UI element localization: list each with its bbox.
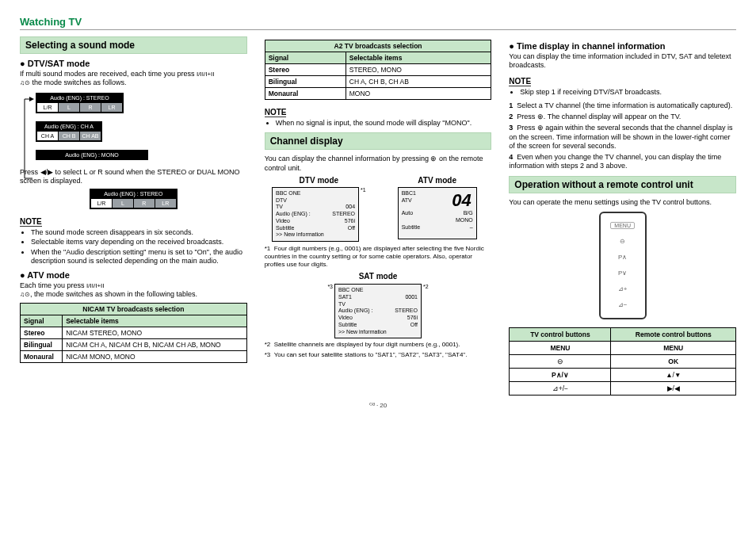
sat-wrap: *3 BBC ONE SAT10001 TV Audio (ENG) :STER… [265,284,492,338]
loop-arrow-icon [21,94,36,182]
col-1: Selecting a sound mode DTV/SAT mode If m… [20,36,247,396]
steps-list: 1 Select a TV channel (the time informat… [509,101,736,171]
manual-page: Watching TV Selecting a sound mode DTV/S… [0,0,756,417]
time-display-intro: You can display the time information inc… [509,52,736,71]
heading-atv-mode: ATV mode [20,270,247,280]
note-head-1: NOTE [20,217,42,227]
tv-control-panel: MENU ⊖ P∧ P∨ ⊿+ ⊿− [599,212,647,319]
page-footer: ᴳᴮ · 20 [20,402,736,409]
a2-table: A2 TV broadcasts selection Signal Select… [265,40,492,100]
footnote-3: *3You can set four satellite stations to… [265,351,492,359]
dia-mono-block: Audio (ENG) : MONO [36,150,148,160]
controls-mapping-table: TV control buttons Remote control button… [509,327,736,396]
dtv-atv-row: DTV mode BBC ONE DTV TV004 Audio (ENG) :… [265,176,492,242]
sound-mode-single: Audio (ENG) : STEREO L/R L R LR [20,189,247,209]
section-no-remote: Operation without a remote control unit [509,176,736,193]
footnote-ref-2: *2 [422,284,430,338]
atv-intro: Each time you press I/II/I+II♫⊙, the mod… [20,281,247,300]
section-channel-display: Channel display [265,132,492,150]
tv-btn-input: ⊖ [620,238,625,245]
footnote-ref-1: *1 [361,187,366,193]
col-2: A2 TV broadcasts selection Signal Select… [265,36,492,396]
step-1: 1 Select a TV channel (the time informat… [509,101,736,110]
dia-cha-block: Audio (ENG) : CH A CH A CH B CH AB [36,121,102,142]
heading-time-display: Time display in channel information [509,41,736,51]
col-3: Time display in channel information You … [509,36,736,396]
dtv-mode-col: DTV mode BBC ONE DTV TV004 Audio (ENG) :… [265,176,373,242]
tv-btn-volminus: ⊿− [618,301,628,308]
dtv-mini-screen: BBC ONE DTV TV004 Audio (ENG) :STEREO Vi… [272,187,359,242]
tv-btn-menu: MENU [610,222,635,229]
note-head-3: NOTE [509,77,531,86]
tv-btn-volplus: ⊿+ [618,285,628,292]
note-list-3: Skip step 1 if receiving DTV/SAT broadca… [520,88,736,97]
dtv-sat-intro: If multi sound modes are received, each … [20,70,247,88]
nicam-table: NICAM TV broadcasts selection Signal Sel… [20,303,247,363]
sat-mode-title: SAT mode [265,272,492,281]
no-remote-intro: You can operate the menu settings using … [509,198,736,207]
note-head-2: NOTE [265,108,287,117]
footnote-2: *2Satellite channels are displayed by fo… [265,341,492,349]
footnote-1: *1Four digit numbers (e.g., 0001) are di… [265,245,492,269]
columns: Selecting a sound mode DTV/SAT mode If m… [20,36,736,396]
heading-dtv-sat-mode: DTV/SAT mode [20,59,247,68]
tv-btn-pup: P∧ [618,254,627,261]
channel-display-intro: You can display the channel information … [265,155,492,173]
section-selecting-sound-mode: Selecting a sound mode [20,36,247,54]
tv-btn-pdown: P∨ [618,269,627,277]
page-title: Watching TV [20,16,736,30]
step-3: 3 Press ⊕ again within the several secon… [509,124,736,151]
atv-mode-col: ATV mode BBC1 ATV 04 Auto B/GMONO Subtit… [383,176,491,239]
step-4: 4 Even when you change the TV channel, y… [509,153,736,171]
atv-mini-screen: BBC1 ATV 04 Auto B/GMONO Subtitle– [398,187,477,239]
dia-stereo-block: Audio (ENG) : STEREO L/R L R LR [36,93,124,113]
note-list-2: When no signal is input, the sound mode … [276,119,492,128]
sound-mode-diagram: Audio (ENG) : STEREO L/R L R LR Audio (E… [36,93,247,160]
sat-mini-screen: BBC ONE SAT10001 TV Audio (ENG) :STEREO … [334,284,422,338]
note-list-1: The sound mode screen disappears in six … [31,228,247,266]
p-select-lr: Press ◀/▶ to select L or R sound when th… [20,168,247,186]
footnote-ref-3: *3 [326,284,334,338]
step-2: 2 Press ⊕. The channel display will appe… [509,113,736,121]
